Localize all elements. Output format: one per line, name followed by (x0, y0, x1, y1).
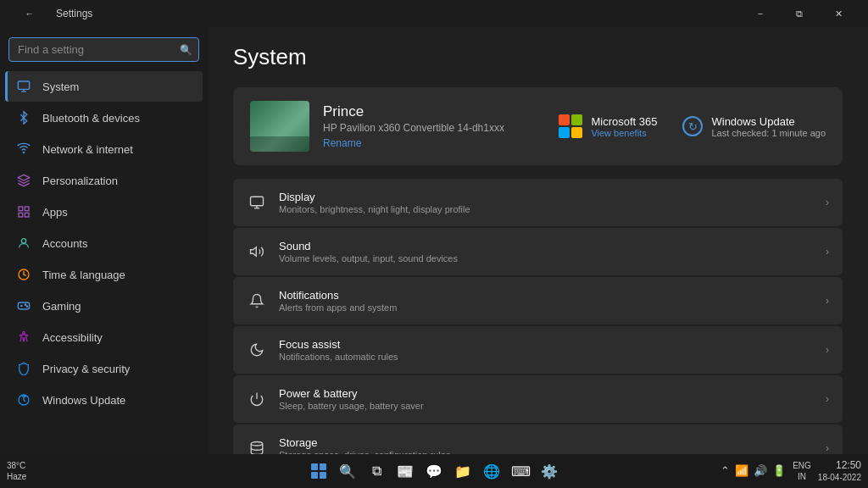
sidebar-item-privacy[interactable]: Privacy & security (5, 353, 203, 384)
battery-icon[interactable]: 🔋 (772, 464, 786, 477)
update-icon (15, 391, 32, 408)
close-button[interactable]: ✕ (819, 0, 858, 27)
setting-power[interactable]: Power & battery Sleep, battery usage, ba… (233, 375, 843, 423)
power-icon (247, 389, 267, 409)
update-title: Windows Update (711, 115, 826, 128)
app-container: 🔍 System Bluetooth & devices Network & i… (0, 27, 868, 454)
profile-section: Prince HP Pavilion x360 Convertible 14-d… (233, 87, 843, 165)
explorer-button[interactable]: 📁 (451, 459, 475, 483)
chevron-storage: › (826, 442, 829, 454)
sound-icon (247, 241, 267, 262)
accessibility-icon (15, 329, 32, 346)
minimize-button[interactable]: − (741, 0, 780, 27)
sidebar-label-personalization: Personalization (42, 175, 118, 187)
svg-point-15 (23, 331, 25, 334)
sidebar-label-apps: Apps (42, 206, 68, 219)
search-taskbar-button[interactable]: 🔍 (336, 459, 359, 483)
privacy-icon (15, 360, 32, 377)
terminal-button[interactable]: ⌨ (509, 459, 532, 483)
setting-display[interactable]: Display Monitors, brightness, night ligh… (233, 179, 843, 226)
titlebar: ← Settings − ⧉ ✕ (0, 0, 868, 27)
setting-notifications[interactable]: Notifications Alerts from apps and syste… (233, 277, 843, 324)
apps-icon (15, 203, 32, 220)
taskbar: 38°C Haze 🔍 ⧉ 📰 💬 📁 🌐 ⌨ ⚙️ ⌃ 📶 🔊 🔋 ENG I… (0, 454, 868, 488)
search-icon: 🔍 (180, 44, 192, 56)
setting-desc-power: Sleep, battery usage, battery saver (279, 401, 424, 411)
ms365-subtitle[interactable]: View benefits (591, 128, 657, 138)
volume-icon[interactable]: 🔊 (754, 464, 767, 477)
sidebar-item-personalization[interactable]: Personalization (5, 165, 203, 196)
update-icon: ↻ (682, 116, 703, 136)
profile-image (250, 101, 309, 152)
weather-widget: 38°C Haze (7, 460, 26, 482)
svg-point-21 (251, 442, 263, 446)
profile-device: HP Pavilion x360 Convertible 14-dh1xxx (323, 122, 504, 134)
system-icon (15, 78, 32, 95)
titlebar-left: ← Settings (10, 0, 92, 27)
sidebar-item-apps[interactable]: Apps (5, 197, 203, 227)
weather-desc: Haze (7, 471, 26, 482)
setting-text-notifications: Notifications Alerts from apps and syste… (279, 289, 397, 313)
clock[interactable]: 12:50 18-04-2022 (818, 458, 861, 485)
rename-link[interactable]: Rename (323, 137, 504, 149)
profile-info: Prince HP Pavilion x360 Convertible 14-d… (323, 103, 504, 149)
taskview-button[interactable]: ⧉ (364, 459, 388, 483)
nav-list: System Bluetooth & devices Network & int… (0, 70, 208, 416)
settings-list: Display Monitors, brightness, night ligh… (233, 179, 843, 454)
chat-button[interactable]: 💬 (422, 459, 446, 483)
sidebar-item-gaming[interactable]: Gaming (5, 291, 203, 321)
widgets-button[interactable]: 📰 (393, 459, 417, 483)
svg-rect-17 (251, 197, 264, 206)
sidebar-item-accessibility[interactable]: Accessibility (5, 322, 203, 352)
update-subtitle: Last checked: 1 minute ago (711, 128, 826, 138)
accounts-icon (15, 235, 32, 252)
sidebar-item-network[interactable]: Network & internet (5, 134, 203, 164)
search-input[interactable] (8, 37, 199, 62)
restore-button[interactable]: ⧉ (780, 0, 819, 27)
windows-icon (311, 463, 326, 479)
sidebar-label-accessibility: Accessibility (42, 331, 103, 344)
setting-desc-display: Monitors, brightness, night light, displ… (279, 204, 470, 214)
back-button[interactable]: ← (10, 0, 49, 27)
wifi-icon[interactable]: 📶 (735, 464, 748, 477)
app-title: Settings (56, 8, 92, 19)
setting-desc-sound: Volume levels, output, input, sound devi… (279, 253, 458, 263)
temperature: 38°C (7, 460, 26, 471)
lang-bottom: IN (793, 471, 811, 482)
start-button[interactable] (307, 459, 331, 483)
sidebar-item-update[interactable]: Windows Update (5, 385, 203, 415)
sidebar: 🔍 System Bluetooth & devices Network & i… (0, 27, 208, 454)
profile-left: Prince HP Pavilion x360 Convertible 14-d… (250, 101, 504, 152)
sidebar-item-bluetooth[interactable]: Bluetooth & devices (5, 103, 203, 133)
settings-button[interactable]: ⚙️ (537, 459, 561, 483)
svg-point-3 (23, 152, 24, 152)
setting-sound[interactable]: Sound Volume levels, output, input, soun… (233, 228, 843, 275)
sidebar-item-accounts[interactable]: Accounts (5, 228, 203, 258)
sidebar-label-privacy: Privacy & security (42, 363, 130, 375)
sidebar-label-bluetooth: Bluetooth & devices (42, 112, 140, 125)
setting-text-focus: Focus assist Notifications, automatic ru… (279, 338, 398, 362)
setting-left-power: Power & battery Sleep, battery usage, ba… (247, 387, 424, 411)
setting-title-display: Display (279, 191, 470, 203)
svg-rect-7 (25, 213, 29, 217)
chevron-power: › (826, 393, 829, 405)
setting-focus[interactable]: Focus assist Notifications, automatic ru… (233, 326, 843, 374)
sidebar-label-accounts: Accounts (42, 237, 87, 250)
svg-rect-5 (25, 207, 29, 211)
taskbar-left: 38°C Haze (7, 460, 26, 482)
chevron-sound: › (826, 246, 829, 258)
storage-icon (247, 438, 267, 454)
svg-marker-20 (251, 247, 257, 257)
tray-arrow[interactable]: ⌃ (721, 464, 730, 477)
setting-title-storage: Storage (279, 436, 450, 449)
sidebar-item-time[interactable]: Time & language (5, 259, 203, 290)
sidebar-label-network: Network & internet (42, 143, 133, 156)
clock-date: 18-04-2022 (818, 472, 861, 484)
setting-storage[interactable]: Storage Storage space, drives, configura… (233, 424, 843, 454)
chrome-button[interactable]: 🌐 (480, 459, 504, 483)
sidebar-label-update: Windows Update (42, 394, 125, 407)
sidebar-item-system[interactable]: System (5, 71, 203, 102)
ms365-title: Microsoft 365 (591, 115, 657, 128)
svg-rect-6 (19, 213, 23, 217)
setting-desc-notifications: Alerts from apps and system (279, 302, 397, 313)
